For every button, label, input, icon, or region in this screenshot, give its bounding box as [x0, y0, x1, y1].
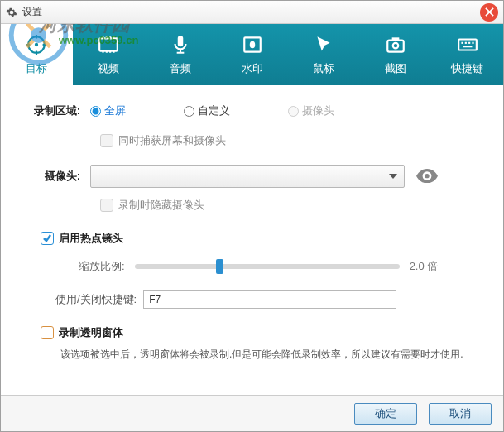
radio-custom-label: 自定义: [198, 103, 230, 118]
close-button[interactable]: [480, 3, 498, 22]
tab-hotkey[interactable]: 快捷键: [431, 24, 503, 85]
capture-both-checkbox[interactable]: [100, 134, 113, 147]
titlebar: 设置: [1, 1, 503, 24]
svg-point-24: [425, 174, 429, 178]
tab-screenshot[interactable]: 截图: [360, 24, 432, 85]
radio-custom[interactable]: 自定义: [184, 103, 230, 118]
tab-label: 音频: [170, 61, 191, 76]
window-title: 设置: [22, 5, 42, 19]
transparent-label: 录制透明窗体: [59, 325, 123, 340]
watermark-icon: [241, 33, 264, 56]
svg-point-16: [393, 43, 399, 49]
camera-dropdown[interactable]: [90, 165, 405, 188]
record-area-label: 录制区域:: [24, 103, 90, 118]
radio-camera-input[interactable]: [288, 106, 299, 117]
svg-rect-10: [106, 51, 108, 53]
transparent-description: 该选项被选中后，透明窗体将会被录制.但是可能会降低录制效率，所以建议有需要时才使…: [60, 347, 480, 362]
capture-both-row: 同时捕获屏幕和摄像头: [100, 133, 480, 148]
svg-rect-13: [178, 36, 184, 46]
tab-label: 鼠标: [313, 61, 334, 76]
hide-camera-checkbox[interactable]: [100, 199, 113, 212]
zoom-slider[interactable]: [135, 264, 400, 269]
watermark-url: www.pc0359.cn: [59, 34, 138, 46]
transparent-section: 录制透明窗体 该选项被选中后，透明窗体将会被录制.但是可能会降低录制效率，所以建…: [41, 325, 480, 362]
tab-label: 快捷键: [451, 61, 483, 76]
svg-rect-9: [102, 51, 103, 53]
eye-icon: [416, 169, 438, 183]
tab-audio[interactable]: 音频: [144, 24, 216, 85]
hotspot-enable-row: 启用热点镜头: [41, 231, 480, 246]
preview-eye-button[interactable]: [416, 169, 438, 184]
svg-rect-18: [458, 40, 477, 50]
svg-rect-15: [387, 41, 404, 52]
tab-mouse[interactable]: 鼠标: [288, 24, 360, 85]
cancel-button[interactable]: 取消: [429, 403, 492, 425]
tab-watermark[interactable]: 水印: [216, 24, 288, 85]
hotkey-row: 使用/关闭快捷键:: [55, 290, 480, 309]
svg-rect-12: [113, 51, 114, 53]
hide-camera-row: 录制时隐藏摄像头: [100, 198, 480, 213]
tab-label: 视频: [98, 61, 119, 76]
svg-rect-23: [463, 46, 472, 47]
radio-custom-input[interactable]: [184, 106, 194, 117]
svg-rect-11: [109, 51, 111, 53]
transparent-check-row: 录制透明窗体: [41, 325, 480, 340]
radio-camera-label: 摄像头: [302, 103, 334, 118]
radio-fullscreen[interactable]: 全屏: [90, 103, 126, 118]
radio-fullscreen-input[interactable]: [90, 106, 101, 117]
microphone-icon: [169, 33, 192, 56]
cursor-icon: [312, 33, 335, 56]
check-icon: [42, 233, 52, 243]
record-area-row: 录制区域: 全屏 自定义 摄像头: [24, 103, 480, 118]
radio-camera[interactable]: 摄像头: [288, 103, 334, 118]
content-panel: 录制区域: 全屏 自定义 摄像头 同时捕获屏幕和摄像头 摄像头:: [1, 85, 503, 370]
capture-both-label: 同时捕获屏幕和摄像头: [118, 133, 226, 148]
keyboard-icon: [456, 33, 479, 56]
gear-icon: [6, 7, 17, 18]
camera-label: 摄像头:: [24, 169, 90, 184]
svg-rect-19: [461, 42, 463, 44]
hotspot-enable-checkbox[interactable]: [41, 232, 54, 245]
radio-fullscreen-label: 全屏: [104, 103, 126, 118]
ok-button[interactable]: 确定: [354, 403, 417, 425]
close-icon: [485, 7, 494, 17]
zoom-slider-thumb[interactable]: [216, 259, 223, 274]
zoom-slider-row: 缩放比例: 2.0 倍: [79, 259, 480, 274]
camera-icon: [384, 33, 407, 56]
chevron-down-icon: [389, 174, 397, 179]
transparent-checkbox[interactable]: [41, 326, 54, 339]
hotkey-label: 使用/关闭快捷键:: [55, 292, 137, 307]
tab-label: 水印: [242, 61, 263, 76]
tab-label: 截图: [385, 61, 406, 76]
zoom-label: 缩放比例:: [79, 259, 125, 274]
svg-rect-17: [392, 37, 400, 40]
camera-row: 摄像头:: [24, 165, 480, 188]
hotkey-input[interactable]: [143, 290, 396, 309]
svg-rect-22: [472, 42, 473, 44]
zoom-value: 2.0 倍: [410, 259, 439, 274]
footer: 确定 取消: [1, 395, 503, 431]
svg-rect-21: [468, 42, 470, 44]
hotspot-enable-label: 启用热点镜头: [59, 231, 123, 246]
svg-rect-20: [464, 42, 466, 44]
hide-camera-label: 录制时隐藏摄像头: [118, 198, 204, 213]
